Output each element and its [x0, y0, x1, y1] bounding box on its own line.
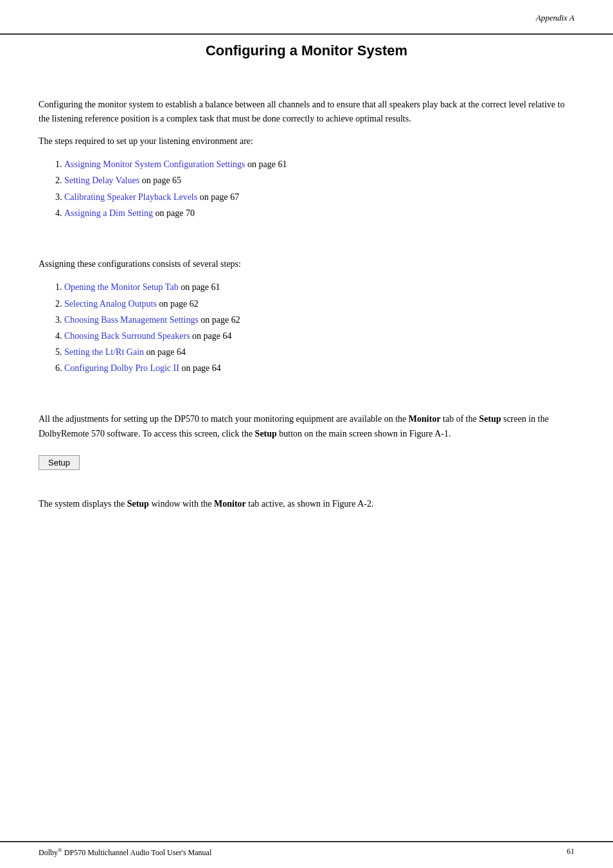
list-item-suffix: on page 61 — [179, 282, 220, 292]
spacer — [39, 231, 574, 257]
page-number: 61 — [567, 847, 574, 858]
link-choosing-bass[interactable]: Choosing Bass Management Settings — [64, 315, 199, 325]
setup-button-image: Setup — [39, 449, 574, 482]
intro-para1: Configuring the monitor system to establ… — [39, 98, 574, 127]
setup-button-label: Setup — [39, 455, 80, 470]
main-steps-list: Assigning Monitor System Configuration S… — [64, 156, 574, 221]
list-item: Assigning Monitor System Configuration S… — [64, 156, 574, 172]
section3-para2: The system displays the Setup window wit… — [39, 497, 574, 511]
link-opening-monitor-tab[interactable]: Opening the Monitor Setup Tab — [64, 282, 179, 292]
top-rule — [0, 33, 613, 35]
main-content: Configuring a Monitor System Configuring… — [0, 23, 613, 868]
link-configuring-dolby[interactable]: Configuring Dolby Pro Logic II — [64, 363, 179, 373]
section3-bold2: Setup — [479, 414, 501, 424]
link-assigning-monitor[interactable]: Assigning Monitor System Configuration S… — [64, 159, 245, 169]
list-item: Configuring Dolby Pro Logic II on page 6… — [64, 360, 574, 376]
link-setting-delay[interactable]: Setting Delay Values — [64, 176, 139, 185]
list-item-suffix: on page 64 — [179, 363, 221, 373]
section3-bold3: Setup — [255, 429, 277, 439]
list-item: Calibrating Speaker Playback Levels on p… — [64, 189, 574, 205]
footer-title: Dolby® DP570 Multichannel Audio Tool Use… — [39, 847, 211, 858]
list-item: Setting the Lt/Rt Gain on page 64 — [64, 344, 574, 360]
list-item-suffix: on page 62 — [157, 299, 199, 309]
list-item-suffix: on page 64 — [190, 331, 232, 341]
list-item-suffix: on page 62 — [199, 315, 240, 325]
list-item-suffix: on page 65 — [139, 176, 181, 185]
list-item-suffix: on page 70 — [153, 208, 195, 218]
section3-text2: The system displays the — [39, 499, 127, 509]
section3-bold5: Monitor — [214, 499, 246, 509]
list-item: Assigning a Dim Setting on page 70 — [64, 205, 574, 221]
page-header: Appendix A — [0, 0, 613, 23]
list-item-suffix: on page 64 — [144, 347, 186, 357]
spacer2 — [39, 386, 574, 412]
list-item: Selecting Analog Outputs on page 62 — [64, 296, 574, 312]
intro-para2: The steps required to set up your listen… — [39, 134, 574, 149]
list-item-suffix: on page 67 — [197, 192, 239, 202]
section3-text1: All the adjustments for setting up the D… — [39, 414, 409, 424]
section3-para1: All the adjustments for setting up the D… — [39, 412, 574, 441]
list-item: Setting Delay Values on page 65 — [64, 172, 574, 188]
link-choosing-back[interactable]: Choosing Back Surround Speakers — [64, 331, 190, 341]
link-calibrating-speaker[interactable]: Calibrating Speaker Playback Levels — [64, 192, 197, 202]
page-title: Configuring a Monitor System — [39, 42, 574, 59]
spacer3 — [39, 482, 574, 497]
section2-steps-list: Opening the Monitor Setup Tab on page 61… — [64, 279, 574, 376]
page-footer: Dolby® DP570 Multichannel Audio Tool Use… — [0, 847, 613, 858]
section2-intro: Assigning these configurations consists … — [39, 257, 574, 271]
list-item-suffix: on page 61 — [245, 159, 287, 169]
page-container: Appendix A Configuring a Monitor System … — [0, 0, 613, 868]
list-item: Choosing Bass Management Settings on pag… — [64, 312, 574, 328]
list-item: Choosing Back Surround Speakers on page … — [64, 328, 574, 344]
section3-text2c: tab active, as shown in Figure A-2. — [246, 499, 374, 509]
section3-text2b: window with the — [149, 499, 214, 509]
section3-text1b: tab of the — [441, 414, 479, 424]
link-setting-ltrt[interactable]: Setting the Lt/Rt Gain — [64, 347, 144, 357]
section3-bold1: Monitor — [409, 414, 441, 424]
footer-title-text: Dolby® DP570 Multichannel Audio Tool Use… — [39, 848, 211, 857]
list-item: Opening the Monitor Setup Tab on page 61 — [64, 279, 574, 295]
section3-text1d: button on the main screen shown in Figur… — [277, 429, 451, 439]
bottom-rule — [0, 841, 613, 842]
link-selecting-analog[interactable]: Selecting Analog Outputs — [64, 299, 157, 309]
link-assigning-dim[interactable]: Assigning a Dim Setting — [64, 208, 153, 218]
appendix-label: Appendix A — [536, 13, 574, 23]
section3-bold4: Setup — [127, 499, 149, 509]
